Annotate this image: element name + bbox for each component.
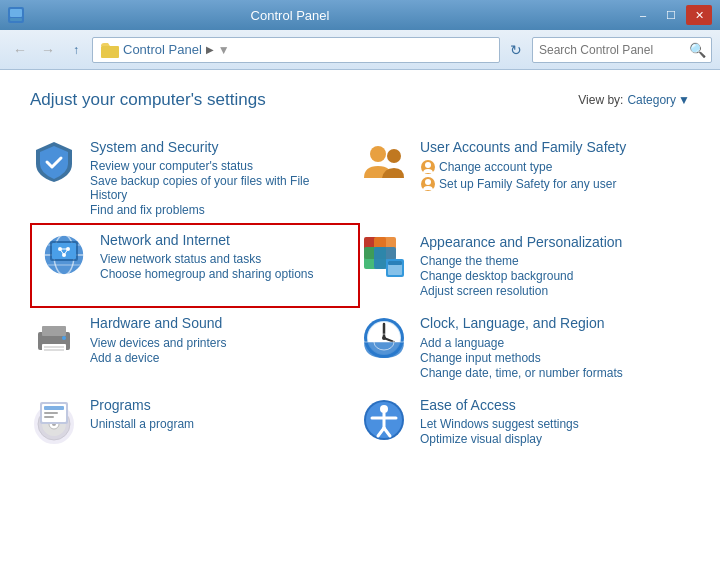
screen-resolution-link[interactable]: Adjust screen resolution — [420, 284, 680, 298]
search-input[interactable] — [539, 43, 689, 57]
minimize-button[interactable]: – — [630, 5, 656, 25]
system-security-text: System and Security Review your computer… — [90, 138, 350, 217]
svg-rect-32 — [42, 326, 66, 336]
svg-rect-34 — [44, 346, 64, 348]
category-system-security: System and Security Review your computer… — [30, 130, 360, 225]
clock-svg — [360, 314, 408, 362]
change-theme-link[interactable]: Change the theme — [420, 254, 680, 268]
review-status-link[interactable]: Review your computer's status — [90, 159, 350, 173]
system-security-title[interactable]: System and Security — [90, 138, 350, 156]
forward-button[interactable]: → — [36, 38, 60, 62]
svg-rect-3 — [101, 46, 119, 58]
category-network-internet: Network and Internet View network status… — [30, 223, 360, 308]
up-button[interactable]: ↑ — [64, 38, 88, 62]
page-title: Adjust your computer's settings — [30, 90, 266, 110]
appearance-icon — [360, 233, 408, 281]
back-button[interactable]: ← — [8, 38, 32, 62]
category-user-accounts: User Accounts and Family Safety Change a… — [360, 130, 690, 225]
hardware-sound-text: Hardware and Sound View devices and prin… — [90, 314, 350, 364]
desktop-bg-link[interactable]: Change desktop background — [420, 269, 680, 283]
family-link-icon — [420, 176, 436, 192]
address-field[interactable]: Control Panel ▶ ▼ — [92, 37, 500, 63]
homegroup-link[interactable]: Choose homegroup and sharing options — [100, 267, 350, 281]
clock-language-text: Clock, Language, and Region Add a langua… — [420, 314, 680, 379]
fix-problems-link[interactable]: Find and fix problems — [90, 203, 350, 217]
programs-text: Programs Uninstall a program — [90, 396, 350, 431]
suggest-settings-link[interactable]: Let Windows suggest settings — [420, 417, 680, 431]
window-controls: – ☐ ✕ — [630, 5, 712, 25]
category-programs: Programs Uninstall a program — [30, 388, 360, 454]
folder-icon — [101, 41, 119, 59]
ease-of-access-title[interactable]: Ease of Access — [420, 396, 680, 414]
network-internet-title[interactable]: Network and Internet — [100, 231, 350, 249]
main-content: Adjust your computer's settings View by:… — [0, 70, 720, 474]
view-network-link[interactable]: View network status and tasks — [100, 252, 350, 266]
path-arrow: ▶ — [206, 44, 214, 55]
network-svg — [40, 231, 88, 279]
address-text: Control Panel — [123, 42, 202, 57]
system-security-links: Review your computer's status Save backu… — [90, 159, 350, 217]
svg-rect-51 — [44, 406, 64, 410]
categories-grid: System and Security Review your computer… — [30, 130, 690, 454]
view-devices-link[interactable]: View devices and printers — [90, 336, 350, 350]
change-account-type-link[interactable]: Change account type — [420, 159, 680, 175]
clock-language-links: Add a language Change input methods Chan… — [420, 336, 680, 380]
category-appearance: Appearance and Personalization Change th… — [360, 225, 690, 306]
shield-svg — [30, 138, 78, 186]
input-methods-link[interactable]: Change input methods — [420, 351, 680, 365]
network-internet-links: View network status and tasks Choose hom… — [100, 252, 350, 281]
uninstall-link[interactable]: Uninstall a program — [90, 417, 350, 431]
user-link-icon — [420, 159, 436, 175]
visual-display-link[interactable]: Optimize visual display — [420, 432, 680, 446]
appearance-links: Change the theme Change desktop backgrou… — [420, 254, 680, 298]
svg-rect-52 — [44, 412, 58, 414]
user-accounts-links: Change account type Set up Family Safety… — [420, 159, 680, 192]
appearance-text: Appearance and Personalization Change th… — [420, 233, 680, 298]
appearance-title[interactable]: Appearance and Personalization — [420, 233, 680, 251]
maximize-button[interactable]: ☐ — [658, 5, 684, 25]
close-button[interactable]: ✕ — [686, 5, 712, 25]
programs-title[interactable]: Programs — [90, 396, 350, 414]
ease-svg — [360, 396, 408, 444]
search-box[interactable]: 🔍 — [532, 37, 712, 63]
address-dropdown[interactable]: ▼ — [218, 43, 230, 57]
ease-of-access-text: Ease of Access Let Windows suggest setti… — [420, 396, 680, 446]
programs-icon — [30, 396, 78, 444]
svg-point-5 — [387, 149, 401, 163]
ease-of-access-links: Let Windows suggest settings Optimize vi… — [420, 417, 680, 446]
user-accounts-icon — [360, 138, 408, 186]
window-title: Control Panel — [0, 8, 630, 23]
network-internet-text: Network and Internet View network status… — [100, 231, 350, 281]
hardware-sound-links: View devices and printers Add a device — [90, 336, 350, 365]
svg-point-7 — [425, 162, 431, 168]
view-by-dropdown-icon: ▼ — [678, 93, 690, 107]
add-language-link[interactable]: Add a language — [420, 336, 680, 350]
view-by-control: View by: Category ▼ — [578, 93, 690, 107]
ease-icon — [360, 396, 408, 444]
refresh-button[interactable]: ↻ — [504, 38, 528, 62]
svg-point-42 — [382, 336, 386, 340]
users-svg — [360, 138, 408, 186]
backup-link[interactable]: Save backup copies of your files with Fi… — [90, 174, 350, 202]
family-safety-link[interactable]: Set up Family Safety for any user — [420, 176, 680, 192]
category-hardware-sound: Hardware and Sound View devices and prin… — [30, 306, 360, 387]
hardware-sound-title[interactable]: Hardware and Sound — [90, 314, 350, 332]
address-bar: ← → ↑ Control Panel ▶ ▼ ↻ 🔍 — [0, 30, 720, 70]
clock-language-title[interactable]: Clock, Language, and Region — [420, 314, 680, 332]
title-bar: Control Panel – ☐ ✕ — [0, 0, 720, 30]
system-security-icon — [30, 138, 78, 186]
date-time-link[interactable]: Change date, time, or number formats — [420, 366, 680, 380]
user-accounts-title[interactable]: User Accounts and Family Safety — [420, 138, 680, 156]
clock-icon — [360, 314, 408, 362]
svg-rect-53 — [44, 416, 54, 418]
svg-rect-30 — [388, 261, 402, 265]
add-device-link[interactable]: Add a device — [90, 351, 350, 365]
svg-rect-35 — [44, 349, 64, 351]
svg-point-4 — [370, 146, 386, 162]
hardware-svg — [30, 314, 78, 362]
user-accounts-text: User Accounts and Family Safety Change a… — [420, 138, 680, 192]
view-by-value[interactable]: Category ▼ — [627, 93, 690, 107]
content-header: Adjust your computer's settings View by:… — [30, 90, 690, 110]
appearance-svg — [360, 233, 408, 281]
search-icon[interactable]: 🔍 — [689, 42, 706, 58]
